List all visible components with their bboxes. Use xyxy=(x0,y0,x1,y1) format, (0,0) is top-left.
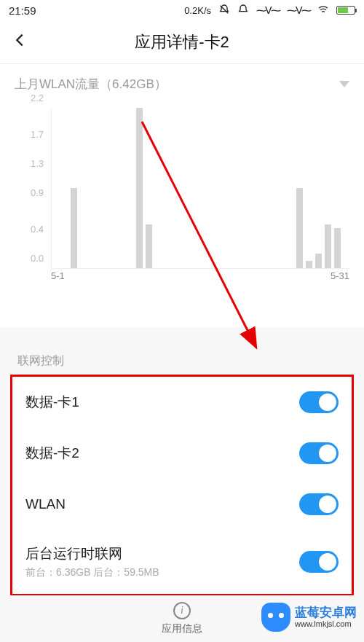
watermark-url: www.lmkjsl.com xyxy=(295,619,357,628)
toggle-data-sim1[interactable] xyxy=(299,391,339,413)
info-icon[interactable]: i xyxy=(173,602,191,619)
row-data-sim1[interactable]: 数据-卡1 xyxy=(12,377,352,428)
chevron-down-icon xyxy=(339,81,349,87)
row-data-sim2[interactable]: 数据-卡2 xyxy=(12,428,352,479)
watermark-title: 蓝莓安卓网 xyxy=(295,606,357,620)
back-button[interactable] xyxy=(12,31,33,53)
sub-background-net: 前台：6.36GB 后台：59.5MB xyxy=(25,566,159,579)
section-label-network: 联网控制 xyxy=(0,342,364,375)
chart-bar xyxy=(71,188,77,268)
status-icons: 0.2K/s ⁓ᐯ⁓ ⁓ᐯ⁓ xyxy=(184,4,355,17)
chart-bar xyxy=(136,108,143,268)
status-bar: 21:59 0.2K/s ⁓ᐯ⁓ ⁓ᐯ⁓ xyxy=(0,0,364,20)
bell-icon xyxy=(237,4,249,17)
toggle-background-net[interactable] xyxy=(299,551,339,573)
chart-bar xyxy=(306,261,312,268)
chart-bar xyxy=(315,254,322,268)
usage-period-dropdown[interactable]: 上月WLAN流量（6.42GB） xyxy=(0,64,364,101)
label-data-sim1: 数据-卡1 xyxy=(25,393,79,412)
signal-icon-2: ⁓ᐯ⁓ xyxy=(287,4,310,16)
header: 应用详情-卡2 xyxy=(0,20,364,64)
status-time: 21:59 xyxy=(9,4,36,17)
chart-bar xyxy=(325,224,331,268)
watermark: 蓝莓安卓网 www.lmkjsl.com xyxy=(261,603,357,632)
dnd-icon xyxy=(218,4,230,17)
toggle-data-sim2[interactable] xyxy=(299,442,339,464)
signal-icon-1: ⁓ᐯ⁓ xyxy=(256,4,280,16)
bottom-label[interactable]: 应用信息 xyxy=(162,622,202,635)
chart-bar xyxy=(334,228,341,268)
chart-bar xyxy=(296,188,303,268)
chart-bar xyxy=(146,224,152,268)
label-data-sim2: 数据-卡2 xyxy=(25,444,79,463)
dropdown-label: 上月WLAN流量（6.42GB） xyxy=(15,76,167,93)
toggle-wlan[interactable] xyxy=(299,493,339,515)
watermark-logo-icon xyxy=(261,603,290,632)
battery-icon xyxy=(336,6,355,15)
usage-chart: 0.00.40.91.31.72.2 5-15-31 xyxy=(0,101,364,327)
page-title: 应用详情-卡2 xyxy=(33,31,331,53)
row-background-net[interactable]: 后台运行时联网 前台：6.36GB 后台：59.5MB xyxy=(12,530,352,594)
label-background-net: 后台运行时联网 xyxy=(25,544,159,563)
row-wlan[interactable]: WLAN xyxy=(12,479,352,530)
network-controls-group: 数据-卡1 数据-卡2 WLAN 后台运行时联网 前台：6.36GB 后台：59… xyxy=(10,375,354,596)
label-wlan: WLAN xyxy=(25,496,66,512)
wifi-icon xyxy=(317,4,329,17)
net-speed: 0.2K/s xyxy=(184,5,211,16)
